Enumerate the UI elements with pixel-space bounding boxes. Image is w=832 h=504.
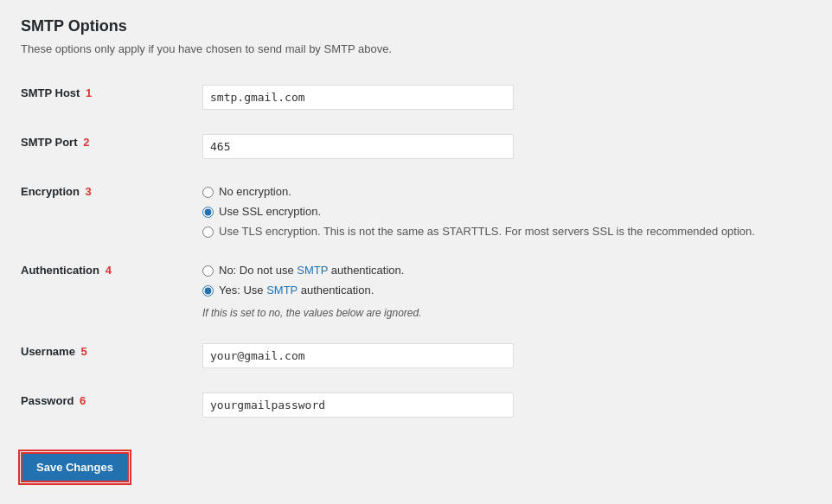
- auth-no-radio[interactable]: [202, 265, 214, 277]
- auth-note: If this is set to no, the values below a…: [202, 307, 803, 319]
- authentication-radio-group: No: Do not use SMTP authentication. Yes:…: [202, 262, 803, 319]
- encryption-row: Encryption 3 No encryption. Use SSL encr…: [21, 171, 811, 250]
- authentication-number: 4: [106, 264, 112, 277]
- encryption-label: Encryption 3: [21, 171, 194, 250]
- encryption-number: 3: [86, 185, 92, 198]
- encryption-tls-radio[interactable]: [202, 226, 214, 238]
- password-input[interactable]: [202, 392, 514, 418]
- username-number: 5: [81, 345, 87, 358]
- form-actions: Save Changes: [21, 443, 811, 482]
- smtp-port-number: 2: [83, 136, 89, 149]
- authentication-label: Authentication 4: [21, 250, 194, 331]
- page-title: SMTP Options: [21, 17, 811, 35]
- encryption-tls-option[interactable]: Use TLS encryption. This is not the same…: [202, 225, 803, 238]
- page-description: These options only apply if you have cho…: [21, 42, 811, 55]
- encryption-radio-group: No encryption. Use SSL encryption. Use T…: [202, 183, 803, 238]
- smtp-port-label: SMTP Port 2: [21, 122, 194, 171]
- username-label: Username 5: [21, 331, 194, 380]
- auth-yes-radio[interactable]: [202, 285, 214, 297]
- smtp-host-row: SMTP Host 1: [21, 73, 811, 122]
- auth-yes-option[interactable]: Yes: Use SMTP authentication.: [202, 284, 803, 297]
- encryption-ssl-option[interactable]: Use SSL encryption.: [202, 205, 803, 218]
- smtp-port-row: SMTP Port 2: [21, 122, 811, 171]
- username-input[interactable]: [202, 343, 514, 368]
- password-row: Password 6: [21, 380, 811, 430]
- smtp-options-form: SMTP Host 1 SMTP Port 2 Encryption 3: [21, 73, 811, 430]
- authentication-row: Authentication 4 No: Do not use SMTP aut…: [21, 250, 811, 331]
- save-changes-button[interactable]: Save Changes: [21, 452, 129, 482]
- smtp-host-number: 1: [86, 86, 92, 99]
- encryption-ssl-radio[interactable]: [202, 207, 214, 218]
- username-row: Username 5: [21, 331, 811, 380]
- encryption-none-option[interactable]: No encryption.: [202, 185, 803, 198]
- smtp-port-input[interactable]: [202, 134, 514, 159]
- password-number: 6: [80, 394, 86, 407]
- auth-no-option[interactable]: No: Do not use SMTP authentication.: [202, 264, 803, 277]
- smtp-host-label: SMTP Host 1: [21, 73, 194, 122]
- encryption-none-radio[interactable]: [202, 187, 214, 198]
- password-label: Password 6: [21, 380, 194, 430]
- smtp-host-input[interactable]: [202, 85, 514, 110]
